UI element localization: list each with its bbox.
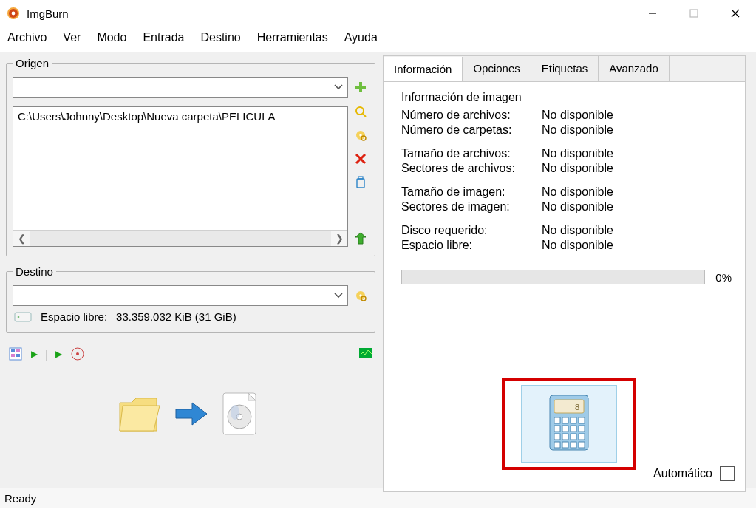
svg-rect-17 bbox=[358, 177, 363, 179]
origen-combo[interactable] bbox=[13, 77, 348, 98]
free-space-label: Espacio libre: bbox=[41, 310, 107, 323]
calculate-button[interactable]: 8 bbox=[521, 385, 617, 463]
source-path: C:\Users\Johnny\Desktop\Nueva carpeta\PE… bbox=[13, 107, 347, 230]
progress-bar bbox=[401, 270, 705, 284]
menu-ver[interactable]: Ver bbox=[63, 31, 81, 44]
svg-point-2 bbox=[12, 12, 16, 16]
window-title: ImgBurn bbox=[27, 7, 69, 20]
origen-label: Origen bbox=[13, 57, 52, 69]
svg-rect-47 bbox=[562, 434, 568, 440]
svg-rect-24 bbox=[11, 349, 15, 352]
svg-rect-16 bbox=[357, 179, 364, 188]
destino-group: Destino Espacio libre: 33.359.032 KiB (3 bbox=[6, 265, 375, 332]
toolstrip: ▶ | ▶ bbox=[6, 341, 375, 362]
source-listbox[interactable]: C:\Users\Johnny\Desktop\Nueva carpeta\PE… bbox=[13, 106, 348, 247]
close-button[interactable] bbox=[715, 0, 756, 27]
svg-rect-25 bbox=[16, 349, 20, 352]
horizontal-scrollbar[interactable]: ❮ ❯ bbox=[13, 230, 347, 246]
svg-point-29 bbox=[76, 352, 79, 355]
svg-rect-52 bbox=[571, 442, 576, 448]
freespace-value: No disponible bbox=[542, 239, 613, 252]
file-sectors-label: Sectores de archivos: bbox=[401, 162, 542, 175]
num-files-label: Número de archivos: bbox=[401, 109, 542, 122]
svg-rect-50 bbox=[554, 442, 560, 448]
svg-text:8: 8 bbox=[575, 403, 579, 412]
chevron-down-icon bbox=[330, 286, 347, 305]
add-button[interactable] bbox=[353, 79, 369, 95]
play1-button[interactable]: ▶ bbox=[31, 349, 38, 359]
automatic-label: Automático bbox=[653, 467, 712, 480]
disc-status-icon[interactable] bbox=[69, 346, 86, 362]
svg-rect-51 bbox=[562, 442, 568, 448]
scroll-right-button[interactable]: ❯ bbox=[331, 231, 347, 246]
free-space-value: 33.359.032 KiB (31 GiB) bbox=[116, 310, 236, 323]
destino-combo[interactable] bbox=[13, 285, 348, 306]
tab-opciones[interactable]: Opciones bbox=[463, 56, 531, 81]
chevron-down-icon bbox=[330, 78, 347, 97]
progress-percent: 0% bbox=[715, 271, 732, 284]
app-icon bbox=[6, 6, 21, 21]
calculator-icon: 8 bbox=[547, 394, 591, 454]
svg-rect-43 bbox=[562, 426, 568, 432]
svg-rect-36 bbox=[554, 400, 584, 413]
tab-bar: Información Opciones Etiquetas Avanzado bbox=[383, 55, 746, 81]
layout-settings-button[interactable] bbox=[7, 346, 24, 362]
title-bar: ImgBurn bbox=[0, 0, 756, 27]
svg-point-9 bbox=[356, 107, 364, 115]
play2-button[interactable]: ▶ bbox=[55, 349, 62, 359]
file-size-value: No disponible bbox=[542, 147, 613, 160]
disc-required-label: Disco requerido: bbox=[401, 224, 542, 237]
menu-modo[interactable]: Modo bbox=[97, 31, 126, 44]
tab-informacion[interactable]: Información bbox=[384, 57, 463, 82]
freespace-label: Espacio libre: bbox=[401, 239, 542, 252]
svg-rect-27 bbox=[16, 354, 20, 357]
parent-folder-button[interactable] bbox=[353, 231, 369, 247]
status-text: Ready bbox=[4, 492, 36, 505]
disc-required-value: No disponible bbox=[542, 224, 613, 237]
scroll-left-button[interactable]: ❮ bbox=[13, 231, 30, 246]
svg-rect-4 bbox=[690, 10, 698, 17]
svg-point-19 bbox=[359, 294, 361, 296]
svg-rect-53 bbox=[579, 442, 585, 448]
tab-avanzado[interactable]: Avanzado bbox=[599, 56, 669, 81]
file-sectors-value: No disponible bbox=[542, 162, 613, 175]
scroll-track[interactable] bbox=[30, 231, 331, 246]
menu-herramientas[interactable]: Herramientas bbox=[257, 31, 328, 44]
calculator-highlight: 8 bbox=[502, 378, 636, 470]
image-info-header: Información de imagen bbox=[401, 91, 732, 104]
num-files-value: No disponible bbox=[542, 109, 613, 122]
file-size-label: Tamaño de archivos: bbox=[401, 147, 542, 160]
build-action[interactable] bbox=[6, 362, 375, 438]
menu-bar: Archivo Ver Modo Entrada Destino Herrami… bbox=[0, 27, 756, 52]
tab-etiquetas[interactable]: Etiquetas bbox=[531, 56, 599, 81]
menu-ayuda[interactable]: Ayuda bbox=[344, 31, 378, 44]
svg-rect-46 bbox=[554, 434, 560, 440]
folder-icon bbox=[117, 392, 164, 437]
svg-rect-45 bbox=[579, 426, 585, 432]
svg-point-12 bbox=[359, 134, 361, 136]
svg-point-22 bbox=[18, 316, 20, 318]
arrow-right-icon bbox=[174, 400, 208, 429]
browse-file-button[interactable] bbox=[353, 103, 369, 120]
menu-archivo[interactable]: Archivo bbox=[7, 31, 47, 44]
origen-group: Origen C:\Users\Johnny\Desktop\Nueva car… bbox=[6, 57, 375, 256]
svg-rect-49 bbox=[579, 434, 585, 440]
tab-content: Información de imagen Número de archivos… bbox=[383, 81, 746, 492]
svg-rect-8 bbox=[355, 86, 366, 89]
recycle-button[interactable] bbox=[353, 174, 369, 191]
menu-destino[interactable]: Destino bbox=[200, 31, 240, 44]
svg-rect-41 bbox=[579, 417, 585, 423]
svg-rect-44 bbox=[571, 426, 576, 432]
minimize-button[interactable] bbox=[632, 0, 673, 27]
browse-disc-button[interactable] bbox=[353, 127, 369, 143]
destino-label: Destino bbox=[13, 265, 56, 278]
browse-destination-button[interactable] bbox=[353, 287, 369, 304]
svg-rect-21 bbox=[15, 313, 31, 321]
automatic-checkbox[interactable] bbox=[720, 466, 735, 481]
num-folders-value: No disponible bbox=[542, 123, 613, 137]
remove-button[interactable] bbox=[353, 151, 369, 167]
maximize-button[interactable] bbox=[673, 0, 715, 27]
monitor-icon[interactable] bbox=[358, 346, 374, 362]
menu-entrada[interactable]: Entrada bbox=[143, 31, 184, 44]
image-sectors-label: Sectores de imagen: bbox=[401, 200, 542, 214]
